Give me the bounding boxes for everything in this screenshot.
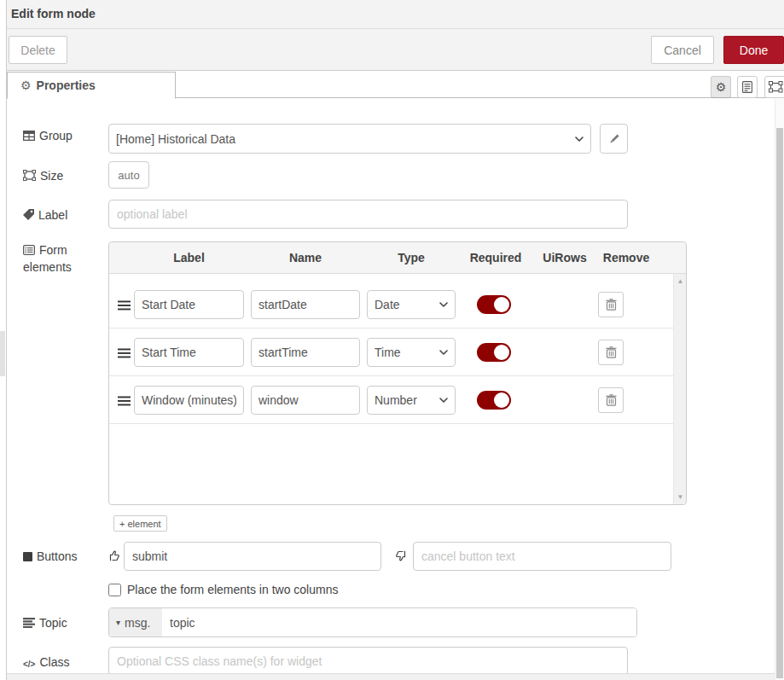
column-header-uirows: UiRows (531, 242, 598, 274)
element-type-select-control[interactable]: Date (367, 290, 456, 319)
form-element-row: Number (109, 376, 686, 424)
topic-value-input[interactable] (162, 608, 636, 636)
done-button[interactable]: Done (723, 36, 784, 64)
caret-down-icon: ▾ (116, 618, 120, 627)
group-select: [Home] Historical Data (108, 124, 591, 154)
topic-typed-input: ▾ msg. (108, 607, 637, 637)
table-scrollbar[interactable]: ▲ ▼ (673, 274, 686, 504)
page-scrollbar[interactable] (775, 99, 784, 680)
tab-properties[interactable]: ⚙Properties (7, 72, 176, 99)
tag-icon (23, 208, 34, 224)
list-alt-icon (23, 243, 35, 259)
remove-element-button[interactable] (598, 340, 624, 365)
dialog-left-edge (6, 0, 7, 680)
thumbs-up-icon (107, 549, 120, 565)
drag-handle-icon[interactable] (118, 395, 131, 409)
toggle-knob (494, 297, 509, 312)
element-name-input[interactable] (251, 386, 360, 415)
file-text-icon (742, 81, 752, 93)
label-field-label: Label (23, 207, 96, 224)
gear-icon: ⚙ (20, 78, 32, 92)
edit-group-button[interactable] (600, 124, 628, 154)
element-type-select: Date (367, 290, 456, 319)
form-elements-field-label: Form elements (23, 242, 83, 276)
element-type-select: Number (367, 386, 456, 415)
element-type-select: Time (367, 338, 456, 367)
delete-button[interactable]: Delete (9, 36, 67, 64)
dialog-title: Edit form node (11, 7, 96, 20)
css-class-input[interactable] (108, 647, 628, 676)
element-type-select-control[interactable]: Time (367, 338, 456, 367)
two-columns-checkbox[interactable] (108, 584, 121, 596)
description-view-button[interactable] (737, 76, 758, 98)
form-elements-table-header: Label Name Type Required UiRows Remove (109, 242, 686, 274)
two-columns-label: Place the form elements in two columns (127, 583, 338, 596)
trash-icon (606, 346, 617, 358)
element-label-input[interactable] (134, 290, 244, 319)
element-name-input[interactable] (251, 338, 360, 367)
element-type-select-control[interactable]: Number (367, 386, 456, 415)
object-group-icon (23, 169, 36, 185)
dialog-toolbar: Delete Cancel Done (7, 29, 784, 71)
submit-button-text-input[interactable] (124, 542, 381, 571)
form-element-row: Time (109, 328, 686, 376)
dialog-header: Edit form node (7, 0, 784, 29)
element-name-input[interactable] (251, 290, 360, 319)
topic-field-label: Topic (23, 615, 96, 632)
gear-icon: ⚙ (716, 80, 727, 94)
appearance-view-button[interactable] (764, 76, 784, 98)
element-label-input[interactable] (134, 338, 244, 367)
toggle-knob (494, 345, 509, 360)
topic-type-selector[interactable]: ▾ msg. (109, 608, 162, 636)
scroll-down-arrow-icon[interactable]: ▼ (674, 493, 686, 501)
add-element-button[interactable]: + element (113, 515, 167, 532)
topic-type-label: msg. (125, 616, 150, 630)
size-field-label: Size (23, 168, 96, 185)
square-icon (23, 549, 32, 566)
form-element-row: Date (109, 281, 686, 328)
thumbs-down-icon (395, 549, 408, 565)
tab-properties-label: Properties (37, 78, 96, 92)
class-field-label: </>Class (23, 654, 96, 672)
column-header-required: Required (462, 242, 530, 274)
form-elements-table-body: Date Time Number (109, 274, 686, 504)
workspace-scrollbar-fragment (0, 331, 5, 376)
form-elements-table: Label Name Type Required UiRows Remove D… (108, 241, 687, 505)
tasks-icon (23, 616, 35, 632)
label-input[interactable] (108, 200, 628, 229)
object-group-icon (769, 81, 783, 93)
properties-view-button[interactable]: ⚙ (711, 76, 731, 98)
tab-bar: ⚙Properties ⚙ (7, 72, 784, 98)
element-label-input[interactable] (134, 386, 244, 415)
table-icon (23, 129, 35, 145)
required-toggle[interactable] (477, 295, 511, 314)
cancel-button-text-input[interactable] (413, 542, 671, 571)
column-header-remove: Remove (592, 242, 660, 274)
code-icon: </> (23, 656, 35, 672)
cancel-button[interactable]: Cancel (651, 36, 714, 64)
pencil-icon (608, 133, 620, 145)
size-auto-button[interactable]: auto (108, 161, 149, 189)
buttons-field-label: Buttons (23, 549, 96, 566)
remove-element-button[interactable] (598, 387, 624, 413)
toggle-knob (494, 392, 509, 408)
column-header-label: Label (134, 242, 244, 274)
trash-icon (606, 394, 617, 406)
dialog-footer-strip (7, 673, 784, 680)
required-toggle[interactable] (477, 343, 511, 362)
required-toggle[interactable] (477, 391, 511, 410)
column-header-type: Type (367, 242, 456, 274)
drag-handle-icon[interactable] (118, 299, 131, 313)
drag-handle-icon[interactable] (118, 347, 131, 361)
form-element-rows: Date Time Number (109, 281, 686, 424)
page-scrollbar-thumb[interactable] (776, 128, 783, 678)
column-header-name: Name (251, 242, 360, 274)
edit-form-node-dialog: Edit form node Delete Cancel Done ⚙Prope… (0, 0, 784, 680)
trash-icon (606, 299, 617, 311)
group-select-control[interactable]: [Home] Historical Data (108, 124, 591, 154)
scroll-up-arrow-icon[interactable]: ▲ (674, 277, 686, 285)
group-field-label: Group (23, 128, 96, 145)
remove-element-button[interactable] (598, 292, 624, 317)
